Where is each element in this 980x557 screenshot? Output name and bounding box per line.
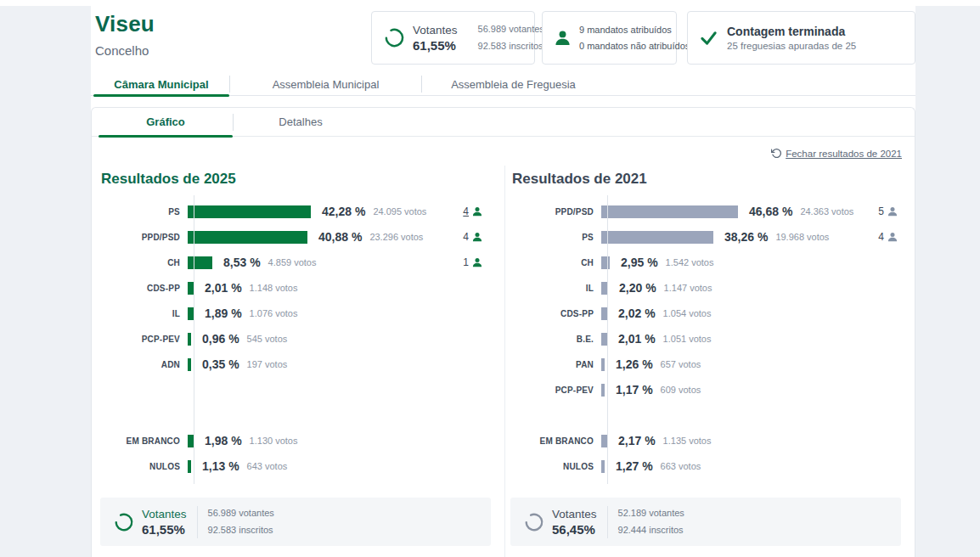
party-label: B.E. [505,335,600,344]
mandates: 4 [463,231,482,243]
close-2021-results-link[interactable]: Fechar resultados de 2021 [771,148,902,159]
person-icon [472,206,482,217]
party-label: PS [505,233,600,242]
result-bar [601,205,738,218]
party-label: IL [505,284,600,293]
result-bar [601,333,607,346]
results-2021-panel: Resultados de 2021 PPD/PSD 46,68 % 24.36… [504,166,915,557]
party-label: PCP-PEV [505,385,600,395]
axis-line [607,195,608,484]
party-label: PPD/PSD [92,233,187,242]
chart-row: PS 38,26 % 19.968 votos 4 [505,224,915,250]
registered-count: 92.583 inscritos [478,38,544,54]
party-label: EM BRANCO [92,436,187,446]
result-bar [601,460,605,473]
progress-ring-icon [524,512,544,532]
turnout-card: Votantes 61,55% 56.989 votantes 92.583 i… [371,11,535,65]
votes-count: 657 votos [661,359,701,369]
voters-count: 52.189 votantes [618,505,684,521]
person-icon [887,206,898,217]
registered-count: 92.583 inscritos [208,522,274,538]
votes-count: 1.076 votos [250,308,298,318]
result-bar [188,333,191,346]
votes-count: 19.968 votos [775,232,829,242]
votes-count: 1.147 votos [664,283,712,293]
party-label: PPD/PSD [505,207,600,217]
votes-count: 197 votos [247,359,288,369]
person-icon [472,232,482,242]
turnout-details: 52.189 votantes 92.444 inscritos [618,505,684,538]
status-subtitle: 25 freguesias apuradas de 25 [727,41,856,51]
election-results-page: Viseu Concelho Votantes 61,55% 56.989 vo… [0,0,980,557]
result-bar [601,256,610,269]
chart-row: PPD/PSD 46,68 % 24.363 votos 5 [505,199,915,224]
turnout-percent: 56,45% [552,522,597,537]
mandates-count: 4 [463,231,469,243]
voters-count: 56.989 votantes [208,505,274,521]
result-bar [601,384,605,397]
result-bar [601,358,605,371]
mandates-details: 9 mandatos atribuídos 0 mandatos não atr… [579,22,690,53]
percent-value: 1,27 % [616,459,653,473]
tab-assembleia-de-freguesia[interactable]: Assembleia de Freguesia [422,73,605,95]
status-title: Contagem terminada [727,25,856,38]
tab-camara-municipal[interactable]: Câmara Municipal [93,73,229,95]
chart-row: CH 8,53 % 4.859 votos 1 [92,250,504,275]
turnout-summary-2025: Votantes 61,55% 56.989 votantes 92.583 i… [100,498,491,546]
party-label: CH [505,258,600,267]
tab-detalhes[interactable]: Detalhes [234,108,368,136]
party-label: PAN [505,360,600,369]
party-label: NULOS [505,462,600,471]
chart-row: PS 42,28 % 24.095 votos 4 [92,199,504,224]
chart-row: CDS-PP 2,01 % 1.148 votos [92,275,504,301]
votes-count: 23.296 votos [369,232,423,242]
turnout-summary-2021: Votantes 56,45% 52.189 votantes 92.444 i… [510,498,901,546]
votes-count: 4.859 votos [268,257,317,267]
turnout-label: Votantes [413,24,458,37]
results-2021-chart: PPD/PSD 46,68 % 24.363 votos 5 PS [505,199,915,479]
percent-value: 0,35 % [202,357,239,371]
registered-count: 92.444 inscritos [618,522,684,538]
page-title: Viseu [95,11,155,37]
percent-value: 38,26 % [724,230,768,244]
chart-row-blank-votes: EM BRANCO 2,17 % 1.135 votos [505,428,915,453]
result-bar [601,435,607,447]
organ-tabs: Câmara Municipal Assembleia Municipal As… [91,73,915,96]
percent-value: 2,95 % [621,256,658,269]
card-body: Fechar resultados de 2021 Resultados de … [92,137,915,557]
chart-row: IL 2,20 % 1.147 votos [505,275,915,301]
party-label: ADN [92,360,187,369]
tab-assembleia-municipal[interactable]: Assembleia Municipal [230,73,421,95]
percent-value: 2,17 % [618,434,656,447]
mandates: 4 [463,205,482,217]
turnout-percent: 61,55% [413,38,458,53]
page-header: Viseu Concelho Votantes 61,55% 56.989 vo… [91,0,915,65]
percent-value: 40,88 % [318,230,362,244]
mandates: 1 [463,256,482,268]
turnout-values: Votantes 56,45% [552,508,597,537]
percent-value: 2,01 % [618,332,656,346]
votes-count: 545 votos [247,334,288,344]
content-container: Viseu Concelho Votantes 61,55% 56.989 vo… [91,0,915,557]
chart-row: CH 2,95 % 1.542 votos [505,250,915,275]
party-label: CH [92,258,187,267]
mandates-count[interactable]: 4 [463,205,469,217]
chart-row-blank-votes: EM BRANCO 1,98 % 1.130 votos [92,428,504,453]
chart-row-null-votes: NULOS 1,27 % 663 votos [505,453,915,479]
votes-count: 609 votos [661,385,701,395]
percent-value: 1,26 % [616,357,653,371]
check-icon [700,29,718,47]
divider [607,506,608,538]
result-bar [601,307,607,320]
turnout-percent: 61,55% [142,522,187,537]
result-bar [188,256,212,269]
turnout-details: 56.989 votantes 92.583 inscritos [478,21,544,54]
link-row: Fechar resultados de 2021 [92,137,915,162]
percent-value: 1,17 % [616,383,653,397]
percent-value: 1,98 % [205,434,242,447]
votes-count: 24.363 votos [800,206,853,217]
count-status-card: Contagem terminada 25 freguesias apurada… [687,11,915,65]
tab-grafico[interactable]: Gráfico [99,108,233,136]
mandates-assigned: 9 mandatos atribuídos [579,22,690,37]
party-label: CDS-PP [505,309,600,318]
